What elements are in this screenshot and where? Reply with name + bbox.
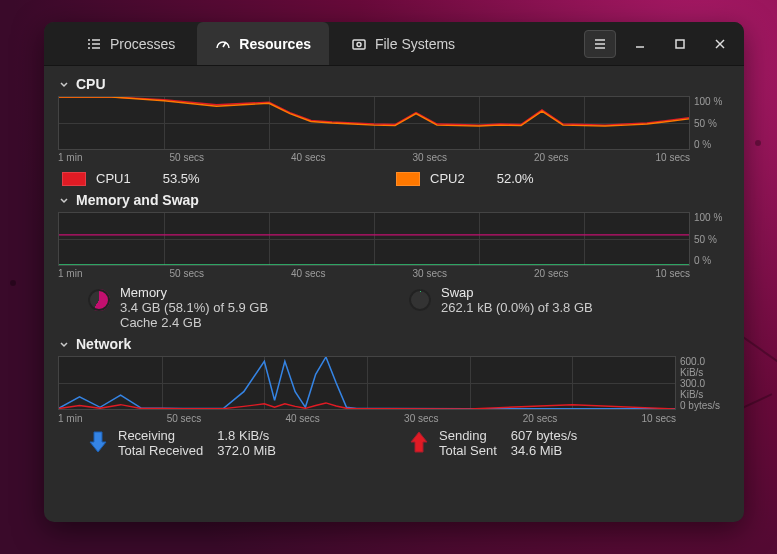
swap-label: Swap (441, 285, 593, 300)
mem-ylabel: 100 % (694, 212, 730, 223)
xlabel: 20 secs (534, 152, 568, 163)
section-title: Memory and Swap (76, 192, 199, 208)
cpu-chart[interactable] (58, 96, 690, 150)
svg-marker-16 (90, 432, 106, 452)
xlabel: 30 secs (404, 413, 438, 424)
recv-rate-value: 1.8 KiB/s (217, 428, 276, 443)
resources-view: CPU 100 % 50 % 0 % 1 min 50 secs (44, 66, 744, 522)
xlabel: 10 secs (655, 152, 689, 163)
xlabel: 1 min (58, 152, 82, 163)
tab-label: Resources (239, 36, 311, 52)
cpu-ylabel: 100 % (694, 96, 730, 107)
cpu1-legend[interactable]: CPU1 53.5% (62, 171, 396, 186)
xlabel: 10 secs (642, 413, 676, 424)
xlabel: 1 min (58, 268, 82, 279)
xlabel: 1 min (58, 413, 82, 424)
xlabel: 40 secs (291, 268, 325, 279)
harddrive-icon (351, 36, 367, 52)
network-chart[interactable] (58, 356, 676, 410)
xlabel: 40 secs (285, 413, 319, 424)
cpu-section: CPU 100 % 50 % 0 % 1 min 50 secs (58, 76, 730, 186)
maximize-button[interactable] (664, 30, 696, 58)
memory-chart[interactable] (58, 212, 690, 266)
cpu2-swatch (396, 172, 420, 186)
hamburger-menu-button[interactable] (584, 30, 616, 58)
recv-rate-label: Receiving (118, 428, 203, 443)
speedometer-icon (215, 36, 231, 52)
svg-marker-17 (411, 432, 427, 452)
tab-filesystems[interactable]: File Systems (333, 22, 473, 65)
cpu2-legend[interactable]: CPU2 52.0% (396, 171, 534, 186)
minimize-button[interactable] (624, 30, 656, 58)
legend-value: 52.0% (497, 171, 534, 186)
tab-resources[interactable]: Resources (197, 22, 329, 65)
swap-pie-icon (409, 289, 431, 311)
chevron-down-icon (58, 78, 70, 90)
memory-info: Memory 3.4 GB (58.1%) of 5.9 GB Cache 2.… (88, 285, 409, 330)
svg-rect-7 (353, 40, 365, 49)
xlabel: 40 secs (291, 152, 325, 163)
swap-info: Swap 262.1 kB (0.0%) of 3.8 GB (409, 285, 593, 330)
tab-label: Processes (110, 36, 175, 52)
section-title: Network (76, 336, 131, 352)
section-title: CPU (76, 76, 106, 92)
recv-total-label: Total Received (118, 443, 203, 458)
cpu1-swatch (62, 172, 86, 186)
network-send-info: Sending 607 bytes/s Total Sent 34.6 MiB (409, 428, 577, 458)
memory-usage: 3.4 GB (58.1%) of 5.9 GB (120, 300, 268, 315)
tab-processes[interactable]: Processes (68, 22, 193, 65)
tab-label: File Systems (375, 36, 455, 52)
mem-ylabel: 0 % (694, 255, 730, 266)
memory-section: Memory and Swap 100 % 50 % 0 % 1 min (58, 192, 730, 330)
upload-arrow-icon (409, 430, 429, 454)
net-ylabel: 0 bytes/s (680, 400, 730, 411)
chevron-down-icon (58, 194, 70, 206)
close-button[interactable] (704, 30, 736, 58)
legend-value: 53.5% (163, 171, 200, 186)
xlabel: 30 secs (412, 268, 446, 279)
network-section: Network 600.0 KiB/s 300.0 KiB/s 0 bytes/… (58, 336, 730, 458)
download-arrow-icon (88, 430, 108, 454)
legend-name: CPU2 (430, 171, 465, 186)
xlabel: 10 secs (655, 268, 689, 279)
xlabel: 20 secs (534, 268, 568, 279)
cpu-section-header[interactable]: CPU (58, 76, 730, 92)
net-ylabel: 300.0 KiB/s (680, 378, 730, 400)
xlabel: 50 secs (167, 413, 201, 424)
memory-label: Memory (120, 285, 268, 300)
send-total-label: Total Sent (439, 443, 497, 458)
cpu-ylabel: 0 % (694, 139, 730, 150)
header-bar: Processes Resources File (44, 22, 744, 66)
list-icon (86, 36, 102, 52)
cpu-ylabel: 50 % (694, 118, 730, 129)
network-section-header[interactable]: Network (58, 336, 730, 352)
send-rate-label: Sending (439, 428, 497, 443)
system-monitor-window: Processes Resources File (44, 22, 744, 522)
svg-rect-13 (676, 40, 684, 48)
chevron-down-icon (58, 338, 70, 350)
send-rate-value: 607 bytes/s (511, 428, 578, 443)
memory-section-header[interactable]: Memory and Swap (58, 192, 730, 208)
network-recv-info: Receiving 1.8 KiB/s Total Received 372.0… (88, 428, 409, 458)
svg-point-8 (357, 42, 361, 46)
swap-usage: 262.1 kB (0.0%) of 3.8 GB (441, 300, 593, 315)
memory-cache: Cache 2.4 GB (120, 315, 268, 330)
xlabel: 20 secs (523, 413, 557, 424)
memory-pie-icon (88, 289, 110, 311)
xlabel: 50 secs (169, 268, 203, 279)
send-total-value: 34.6 MiB (511, 443, 578, 458)
mem-ylabel: 50 % (694, 234, 730, 245)
xlabel: 50 secs (169, 152, 203, 163)
xlabel: 30 secs (412, 152, 446, 163)
recv-total-value: 372.0 MiB (217, 443, 276, 458)
view-tabs: Processes Resources File (68, 22, 473, 65)
net-ylabel: 600.0 KiB/s (680, 356, 730, 378)
legend-name: CPU1 (96, 171, 131, 186)
